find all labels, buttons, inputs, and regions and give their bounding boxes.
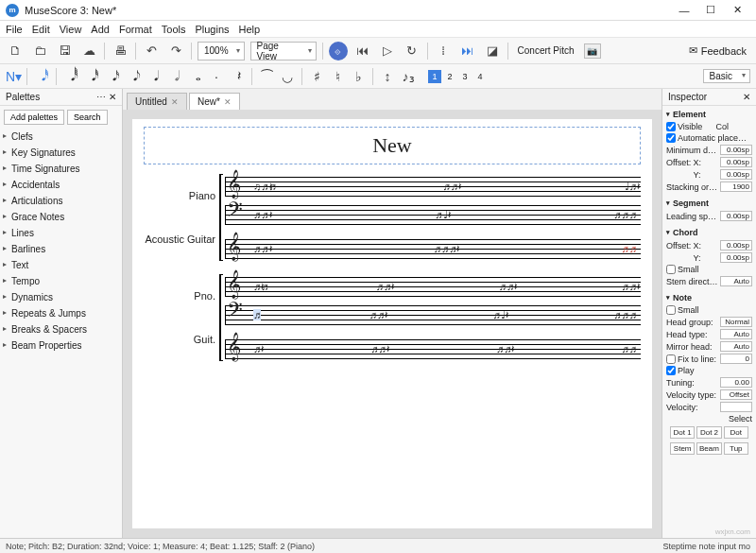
palette-time-signatures[interactable]: Time Signatures	[0, 161, 122, 177]
voice-4[interactable]: 4	[473, 70, 487, 83]
search-palettes-button[interactable]: Search	[67, 110, 108, 125]
play-checkbox[interactable]	[666, 366, 676, 375]
voice-1[interactable]: 1	[428, 70, 441, 83]
menu-add[interactable]: Add	[91, 24, 110, 35]
workspace-select[interactable]: Basic	[703, 69, 750, 83]
section-chord[interactable]: Chord	[666, 226, 752, 239]
offset-y-input[interactable]: 0.00sp	[720, 169, 752, 180]
min-distance-input[interactable]: 0.00sp	[720, 145, 752, 155]
pan-icon[interactable]: ⏭	[458, 42, 477, 60]
metronome-icon[interactable]: ◪	[483, 42, 502, 60]
menu-edit[interactable]: Edit	[32, 24, 50, 35]
note-input-mode-icon[interactable]: N▾	[6, 69, 19, 84]
score-viewport[interactable]: New Piano Acoustic Guitar 𝄞♫♬𝄽♬♬♬𝄽♩♬𝄽 𝄢♬…	[123, 110, 662, 538]
voice-2[interactable]: 2	[443, 70, 456, 83]
menu-view[interactable]: View	[60, 24, 82, 35]
palette-dynamics[interactable]: Dynamics	[0, 289, 122, 305]
leading-space-input[interactable]: 0.00sp	[720, 211, 752, 221]
cloud-icon[interactable]: ☁	[79, 42, 98, 60]
minimize-button[interactable]: —	[671, 5, 697, 16]
image-capture-icon[interactable]: 📷	[584, 43, 601, 59]
redo-icon[interactable]: ↷	[166, 42, 185, 60]
beam-button[interactable]: Beam	[696, 442, 721, 455]
sharp-icon[interactable]: ♯	[310, 69, 323, 84]
velocity-input[interactable]	[720, 402, 752, 412]
close-button[interactable]: ✕	[724, 4, 750, 16]
tab-untitled[interactable]: Untitled✕	[127, 93, 187, 110]
stem-direction-select[interactable]: Auto	[720, 276, 752, 286]
score-page[interactable]: New Piano Acoustic Guitar 𝄞♫♬𝄽♬♬♬𝄽♩♬𝄽 𝄢♬…	[132, 119, 652, 528]
head-type-select[interactable]: Auto	[720, 329, 752, 339]
menu-file[interactable]: File	[6, 24, 23, 35]
palette-key-signatures[interactable]: Key Signatures	[0, 145, 122, 161]
note-quarter-icon[interactable]: 𝅘𝅥	[147, 68, 161, 84]
dot-icon[interactable]: ·	[210, 69, 223, 84]
palette-repeats-jumps[interactable]: Repeats & Jumps	[0, 305, 122, 321]
stem-button[interactable]: Stem	[670, 442, 695, 455]
palette-clefs[interactable]: Clefs	[0, 129, 122, 145]
staff-piano-bass[interactable]: 𝄢♬♬𝄽♬♩𝄽♬♬♬	[225, 202, 641, 227]
note-duration-selected-icon[interactable]: 𝅘𝅥𝅰	[35, 68, 48, 84]
velocity-type-select[interactable]: Offset	[720, 389, 752, 400]
staff-piano-treble[interactable]: 𝄞♫♬𝄽♬♬♬𝄽♩♬𝄽	[225, 174, 641, 199]
rest-icon[interactable]: 𝄽	[231, 68, 244, 84]
menu-plugins[interactable]: Plugins	[195, 24, 229, 35]
staff-pno-bass[interactable]: 𝄢♬♬♬𝄽♬♩𝄽♬♬♬	[225, 302, 641, 327]
open-file-icon[interactable]: 🗀	[30, 42, 49, 60]
tie-icon[interactable]: ⁀	[260, 69, 273, 84]
palette-tempo[interactable]: Tempo	[0, 273, 122, 289]
palette-articulations[interactable]: Articulations	[0, 193, 122, 209]
close-icon[interactable]: ✕	[224, 97, 232, 107]
voice-3[interactable]: 3	[458, 70, 472, 83]
rewind-icon[interactable]: ⏮	[353, 42, 372, 60]
maximize-button[interactable]: ☐	[697, 4, 724, 16]
concert-pitch-button[interactable]: Concert Pitch	[514, 45, 578, 56]
score-title[interactable]: New	[145, 133, 640, 158]
loop-icon[interactable]: ↻	[403, 42, 421, 60]
note-small-checkbox[interactable]	[666, 305, 676, 315]
tuplet-button[interactable]: Tup	[724, 442, 748, 455]
undo-icon[interactable]: ↶	[142, 42, 161, 60]
staff-guitar[interactable]: 𝄞♬♬𝄽♬♬♬𝄽♬♬	[225, 236, 641, 261]
staff-pno-treble[interactable]: 𝄞♬𝄽♬♬♬𝄽♬♬𝄽♬♬𝄽	[225, 274, 641, 299]
fix-to-line-checkbox[interactable]	[666, 354, 676, 364]
offset-x-input[interactable]: 0.00sp	[720, 157, 752, 167]
section-note[interactable]: Note	[666, 291, 752, 304]
flip-icon[interactable]: ↕	[381, 69, 394, 84]
note-half-icon[interactable]: 𝅗𝅥	[168, 68, 181, 84]
fix-line-input[interactable]: 0	[720, 354, 752, 364]
note-32nd-icon[interactable]: 𝅘𝅥𝅰	[85, 68, 98, 84]
tab-new[interactable]: New*✕	[189, 93, 240, 110]
tuplet-icon[interactable]: ♪₃	[402, 69, 415, 84]
note-64th-icon[interactable]: 𝅘𝅥𝅱	[64, 68, 77, 84]
dot2-button[interactable]: Dot 2	[696, 426, 721, 439]
mirror-head-select[interactable]: Auto	[720, 341, 752, 352]
visible-checkbox[interactable]	[666, 122, 676, 131]
inspector-close-icon[interactable]: ✕	[743, 92, 750, 102]
musescore-connect-icon[interactable]: ⟐	[329, 42, 348, 60]
chord-offset-x-input[interactable]: 0.00sp	[720, 240, 752, 251]
flat-icon[interactable]: ♭	[352, 69, 365, 84]
natural-icon[interactable]: ♮	[331, 69, 344, 84]
staff-guit[interactable]: 𝄞♬𝄽♬♬𝄽♬♬𝄽♬♬	[225, 337, 641, 361]
menu-help[interactable]: Help	[239, 24, 261, 35]
note-16th-icon[interactable]: 𝅘𝅥𝅯	[106, 68, 119, 84]
play-repeats-icon[interactable]: ⁞	[434, 42, 453, 60]
section-segment[interactable]: Segment	[666, 197, 752, 210]
chord-small-checkbox[interactable]	[666, 265, 676, 274]
note-8th-icon[interactable]: 𝅘𝅥𝅮	[127, 68, 140, 84]
palette-lines[interactable]: Lines	[0, 225, 122, 241]
palette-grace-notes[interactable]: Grace Notes	[0, 209, 122, 225]
menu-format[interactable]: Format	[119, 24, 152, 35]
close-icon[interactable]: ✕	[171, 97, 179, 107]
stacking-order-input[interactable]: 1900	[720, 181, 752, 192]
section-element[interactable]: Element	[666, 108, 752, 121]
palette-barlines[interactable]: Barlines	[0, 241, 122, 257]
feedback-button[interactable]: ✉ Feedback	[689, 44, 750, 57]
palette-breaks-spacers[interactable]: Breaks & Spacers	[0, 321, 122, 337]
add-palettes-button[interactable]: Add palettes	[4, 110, 64, 125]
menu-tools[interactable]: Tools	[162, 24, 186, 35]
title-frame[interactable]: New	[144, 127, 641, 164]
new-file-icon[interactable]: 🗋	[6, 42, 25, 60]
dot1-button[interactable]: Dot 1	[670, 426, 695, 439]
